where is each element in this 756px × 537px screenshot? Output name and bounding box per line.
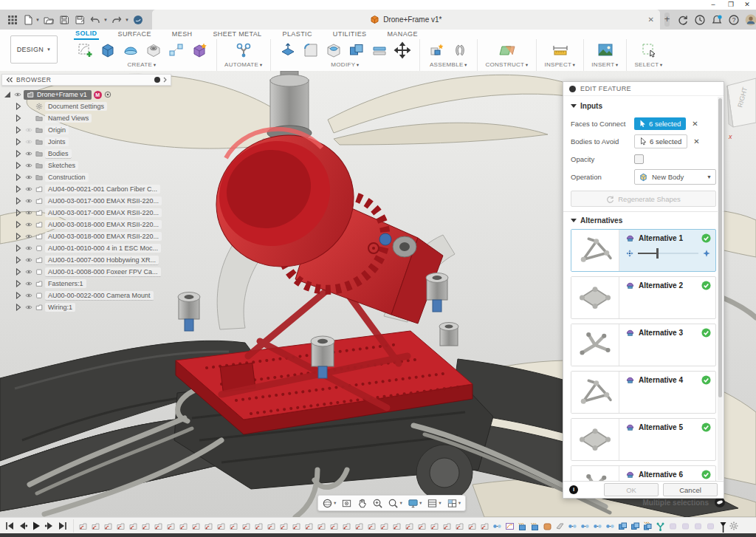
timeline-component-icon[interactable] xyxy=(405,521,415,533)
expand-triangle-icon[interactable] xyxy=(14,185,22,194)
timeline-component-icon[interactable] xyxy=(216,521,227,533)
hole-icon[interactable] xyxy=(144,41,163,60)
timeline-component-icon[interactable] xyxy=(455,521,465,533)
timeline-ghost-icon[interactable] xyxy=(693,521,704,533)
close-button[interactable]: ✕ xyxy=(740,1,755,9)
browser-item[interactable]: Joints xyxy=(1,136,171,148)
timeline-extrude-warn-icon[interactable] xyxy=(518,521,528,533)
expand-triangle-icon[interactable] xyxy=(14,209,22,217)
revolve-icon[interactable] xyxy=(121,41,140,60)
timeline-component-icon[interactable] xyxy=(329,521,340,533)
timeline-component-icon[interactable] xyxy=(141,521,151,533)
orbit-icon[interactable]: ▼ xyxy=(322,498,337,509)
timeline-component-icon[interactable] xyxy=(103,521,114,533)
expand-triangle-icon[interactable] xyxy=(14,292,22,300)
similarity-slider[interactable] xyxy=(625,249,711,258)
pan-icon[interactable] xyxy=(357,498,368,509)
sync-icon[interactable] xyxy=(677,14,689,26)
skip-end-button[interactable] xyxy=(58,521,69,531)
timeline-component-icon[interactable] xyxy=(430,521,440,533)
timeline-component-icon[interactable] xyxy=(204,521,214,533)
undo-icon[interactable] xyxy=(89,13,102,26)
alternative-row[interactable]: Alternative 3 xyxy=(571,324,716,366)
visibility-eye-icon[interactable] xyxy=(13,91,21,99)
timeline-sketch-icon[interactable] xyxy=(505,521,515,533)
browser-item[interactable]: Sketches xyxy=(1,160,171,171)
timeline-combine-icon[interactable] xyxy=(618,521,628,533)
expand-triangle-icon[interactable] xyxy=(14,244,22,253)
slider-left-icon[interactable] xyxy=(625,249,634,258)
bodies-selection-button[interactable]: 6 selected xyxy=(634,134,687,148)
timeline-component-icon[interactable] xyxy=(367,521,377,533)
alternative-thumbnail[interactable] xyxy=(571,419,619,460)
slider-right-icon[interactable] xyxy=(702,249,711,258)
browser-item[interactable]: Wiring:1 xyxy=(1,301,171,313)
shell-icon[interactable] xyxy=(324,41,343,60)
timeline-marker-icon[interactable] xyxy=(718,521,729,533)
timeline-component-icon[interactable] xyxy=(304,521,315,533)
feedback-bubble-icon[interactable] xyxy=(715,497,725,507)
history-icon[interactable] xyxy=(694,14,706,26)
timeline-component-icon[interactable] xyxy=(267,521,277,533)
timeline-combine-icon[interactable] xyxy=(630,521,641,533)
timeline-component-icon[interactable] xyxy=(154,521,164,533)
fit-icon[interactable]: ▼ xyxy=(388,498,402,509)
grid-settings-icon[interactable]: ▼ xyxy=(427,498,441,509)
alternative-thumbnail[interactable] xyxy=(571,324,619,366)
bodies-clear-icon[interactable]: ✕ xyxy=(693,137,699,146)
extrude-icon[interactable] xyxy=(98,41,117,60)
browser-item[interactable]: AU00-01-0010-000 4 in 1 ESC Moc... xyxy=(1,242,171,254)
ribbon-tab-mesh[interactable]: MESH xyxy=(171,30,194,39)
save-as-icon[interactable] xyxy=(74,13,86,26)
dialog-scrollbar[interactable] xyxy=(718,97,723,480)
timeline-joint-icon[interactable] xyxy=(492,521,503,533)
timeline-component-icon[interactable] xyxy=(128,521,139,533)
alternative-thumbnail[interactable] xyxy=(571,372,619,413)
redo-caret-icon[interactable]: ▼ xyxy=(125,18,129,22)
construct-group-label[interactable]: CONSTRUCT ▼ xyxy=(485,61,529,68)
root-selected-chip[interactable]: Drone+Frame v1 xyxy=(24,90,92,100)
expand-triangle-icon[interactable] xyxy=(14,162,22,170)
ribbon-tab-solid[interactable]: SOLID xyxy=(74,29,99,40)
play-button[interactable] xyxy=(31,521,42,531)
dropdown-caret-icon[interactable]: ▼ xyxy=(399,501,402,505)
undo-caret-icon[interactable]: ▼ xyxy=(103,18,108,22)
file-menu-icon[interactable] xyxy=(21,13,34,26)
timeline-extrude-warn-icon[interactable] xyxy=(530,521,540,533)
automate-group-label[interactable]: AUTOMATE ▼ xyxy=(224,61,263,68)
select-window-icon[interactable] xyxy=(639,41,659,60)
timeline-component-icon[interactable] xyxy=(354,521,365,533)
dropdown-caret-icon[interactable]: ▼ xyxy=(419,501,422,505)
browser-item[interactable]: Origin xyxy=(1,124,171,136)
fillet-icon[interactable] xyxy=(301,41,320,60)
open-icon[interactable] xyxy=(43,13,55,26)
pattern-icon[interactable] xyxy=(167,41,186,60)
alternative-thumbnail[interactable] xyxy=(571,277,619,318)
timeline-component-icon[interactable] xyxy=(317,521,327,533)
browser-header[interactable]: BROWSER xyxy=(1,74,171,86)
save-icon[interactable] xyxy=(58,13,71,26)
timeline-component-icon[interactable] xyxy=(91,521,101,533)
automate-icon[interactable] xyxy=(234,41,253,60)
circle-logo-icon[interactable] xyxy=(132,13,145,26)
timeline-component-icon[interactable] xyxy=(442,521,453,533)
visibility-eye-icon[interactable] xyxy=(24,280,32,288)
visibility-eye-icon[interactable] xyxy=(24,244,32,253)
timeline-component-icon[interactable] xyxy=(342,521,352,533)
visibility-eye-icon[interactable] xyxy=(24,256,32,264)
chevron-right-icon[interactable] xyxy=(163,77,167,83)
inputs-section-header[interactable]: Inputs xyxy=(571,102,716,110)
visibility-eye-off-icon[interactable] xyxy=(24,126,32,134)
expand-triangle-icon[interactable] xyxy=(14,138,22,146)
timeline-component-icon[interactable] xyxy=(279,521,289,533)
timeline-component-icon[interactable] xyxy=(241,521,252,533)
browser-item[interactable]: Named Views xyxy=(1,112,171,124)
panel-options-icon[interactable] xyxy=(154,77,160,83)
file-menu-caret-icon[interactable]: ▼ xyxy=(35,18,40,22)
alternative-row[interactable]: Alternative 6 xyxy=(571,465,716,481)
timeline-joint-icon[interactable] xyxy=(568,521,578,533)
activate-target-icon[interactable] xyxy=(104,91,112,99)
zoom-icon[interactable] xyxy=(372,498,383,509)
slider-handle[interactable] xyxy=(656,248,659,259)
timeline-generative-icon[interactable] xyxy=(656,521,666,533)
